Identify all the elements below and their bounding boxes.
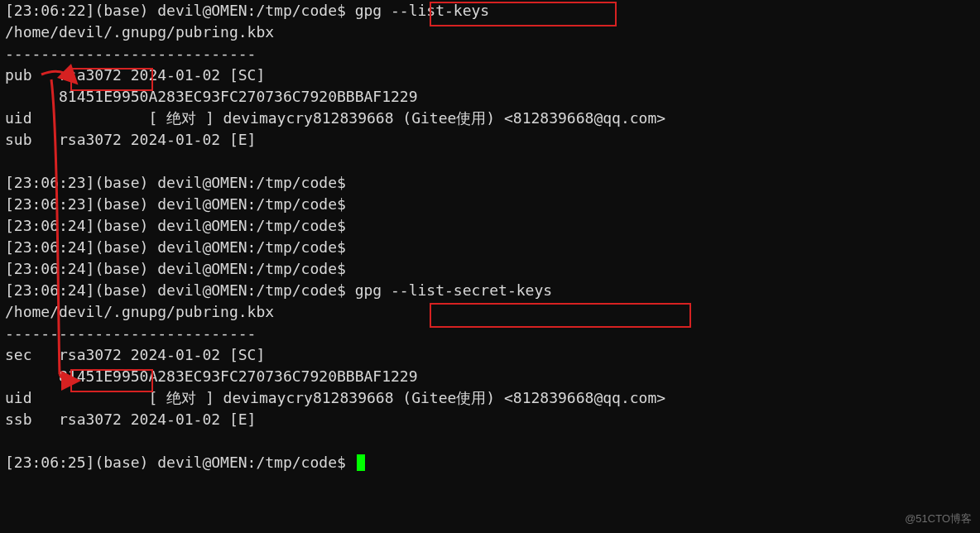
key-uid: uid [ 绝对 ] devimaycry812839668 (Gitee使用)… [5, 108, 975, 129]
terminal-output[interactable]: [23:06:22](base) devil@OMEN:/tmp/code$ g… [0, 0, 980, 473]
terminal-line: [23:06:24](base) devil@OMEN:/tmp/code$ [5, 258, 975, 280]
shell-prompt: (base) devil@OMEN:/tmp/code$ [94, 217, 345, 234]
timestamp: [23:06:25] [5, 454, 94, 471]
key-fingerprint: 81451E9950A283EC93FC270736C7920BBBAF1229 [5, 366, 975, 387]
shell-prompt: (base) devil@OMEN:/tmp/code$ [94, 260, 345, 277]
terminal-line: [23:06:24](base) devil@OMEN:/tmp/code$ g… [5, 280, 975, 301]
terminal-line: /home/devil/.gnupg/pubring.kbx [5, 301, 975, 323]
terminal-line: [23:06:24](base) devil@OMEN:/tmp/code$ [5, 215, 975, 237]
key-pub-line: sec rsa3072 2024-01-02 [SC] [5, 344, 975, 366]
terminal-line: /home/devil/.gnupg/pubring.kbx [5, 22, 975, 43]
terminal-line: [23:06:24](base) devil@OMEN:/tmp/code$ [5, 237, 975, 258]
timestamp: [23:06:24] [5, 217, 94, 234]
key-sub-line: sub rsa3072 2024-01-02 [E] [5, 129, 975, 151]
command: gpg --list-keys [355, 2, 490, 19]
shell-prompt: (base) devil@OMEN:/tmp/code$ [94, 281, 345, 299]
terminal-line: ---------------------------- [5, 43, 975, 65]
terminal-line: [23:06:23](base) devil@OMEN:/tmp/code$ [5, 194, 975, 215]
key-fingerprint: 81451E9950A283EC93FC270736C7920BBBAF1229 [5, 86, 975, 108]
cursor [357, 454, 365, 471]
shell-prompt: (base) devil@OMEN:/tmp/code$ [94, 195, 345, 213]
terminal-line: [23:06:22](base) devil@OMEN:/tmp/code$ g… [5, 0, 975, 22]
shell-prompt: (base) devil@OMEN:/tmp/code$ [94, 454, 345, 471]
terminal-line: ---------------------------- [5, 323, 975, 344]
blank-line [5, 151, 975, 172]
key-pub-line: pub rsa3072 2024-01-02 [SC] [5, 65, 975, 86]
timestamp: [23:06:23] [5, 195, 94, 213]
timestamp: [23:06:23] [5, 174, 94, 191]
key-sub-line: ssb rsa3072 2024-01-02 [E] [5, 409, 975, 430]
timestamp: [23:06:24] [5, 238, 94, 256]
shell-prompt: (base) devil@OMEN:/tmp/code$ [94, 174, 345, 191]
shell-prompt: (base) devil@OMEN:/tmp/code$ [94, 2, 345, 19]
command: gpg --list-secret-keys [355, 281, 552, 299]
timestamp: [23:06:24] [5, 281, 94, 299]
key-uid: uid [ 绝对 ] devimaycry812839668 (Gitee使用)… [5, 387, 975, 409]
shell-prompt: (base) devil@OMEN:/tmp/code$ [94, 238, 345, 256]
timestamp: [23:06:24] [5, 260, 94, 277]
terminal-line: [23:06:23](base) devil@OMEN:/tmp/code$ [5, 172, 975, 194]
watermark: @51CTO博客 [905, 508, 972, 530]
terminal-line: [23:06:25](base) devil@OMEN:/tmp/code$ [5, 452, 975, 473]
timestamp: [23:06:22] [5, 2, 94, 19]
blank-line [5, 430, 975, 452]
